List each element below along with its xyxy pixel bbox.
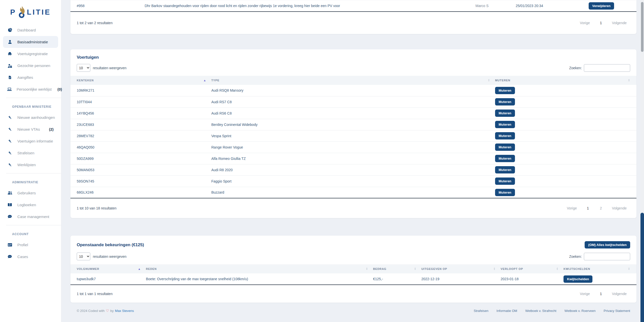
muteren-button[interactable]: Muteren <box>495 155 515 162</box>
sidebar-item-logboeken[interactable]: Logboeken <box>3 199 58 211</box>
vehicles-card-title: Voertuigen <box>77 55 99 60</box>
col-verloopt-op[interactable]: VERLOOPT OP ▲▼ <box>501 264 564 273</box>
vehicle-row: 10TTI044 Audi RS7 C8 Muteren <box>70 96 636 108</box>
sort-both-icon: ▲▼ <box>414 267 416 270</box>
footer-link[interactable]: Wetboek v. Roerveen <box>565 309 596 313</box>
sidebar-item-cases[interactable]: Cases <box>3 251 58 263</box>
vehicle-type: Alfa Romeo Giullia TZ <box>211 153 495 164</box>
muteren-button[interactable]: Muteren <box>495 177 515 185</box>
users-icon <box>7 191 13 195</box>
sidebar-item-label: Nieuwe aanhoudingen <box>17 115 55 120</box>
col-muteren[interactable]: MUTEREN ▲▼ <box>495 76 636 85</box>
pagination-page-2[interactable]: 2 <box>595 206 607 210</box>
muteren-button[interactable]: Muteren <box>495 189 515 196</box>
col-kwijtschelden[interactable]: KWIJTSCHELDEN ▲▼ <box>564 264 636 273</box>
om-alles-kwijtschelden-button[interactable]: (OM) Alles kwijtschelden <box>585 241 630 248</box>
pagination-next[interactable]: Volgende <box>609 206 630 210</box>
pagination-next[interactable]: Volgende <box>609 21 630 25</box>
sidebar-item-voertuigen-informatie[interactable]: Voertuigen informatie <box>3 135 58 147</box>
vehicles-table: KENTEKEN ▲ TYPE ▲▼ MUTEREN ▲▼ <box>70 76 636 198</box>
muteren-button[interactable]: Muteren <box>495 166 515 173</box>
vehicle-kenteken: 59SON745 <box>70 175 211 187</box>
vehicles-search-input[interactable] <box>584 64 630 72</box>
sidebar-menu-account: Profiel Cases <box>0 239 61 263</box>
kwijtschelden-button[interactable]: Kwijtschelden <box>564 275 592 283</box>
col-kenteken[interactable]: KENTEKEN ▲ <box>70 76 211 85</box>
scrollbar-thumb[interactable] <box>641 2 643 52</box>
muteren-button[interactable]: Muteren <box>495 87 515 94</box>
vehicles-card: Voertuigen 10 resultaten weergeven Zoeke… <box>70 49 636 218</box>
vehicles-page-length-select[interactable]: 10 <box>77 64 90 72</box>
sidebar-item-profiel[interactable]: Profiel <box>3 239 58 251</box>
sidebar-item-gebruikers[interactable]: Gebruikers <box>3 187 58 199</box>
sidebar-item-strafeisen[interactable]: Strafeisen <box>3 147 58 159</box>
footer-link[interactable]: Wetboek v. Strafrecht <box>525 309 556 313</box>
fine-action-cell: Kwijtschelden <box>564 273 636 285</box>
sidebar-item-label: Profiel <box>17 243 28 247</box>
col-bedrag[interactable]: BEDRAG ▲▼ <box>373 264 421 273</box>
fines-page-length-select[interactable]: 10 <box>77 253 90 260</box>
col-uitgegeven-op[interactable]: UITGEGEVEN OP ▲▼ <box>421 264 501 273</box>
footer-link[interactable]: Informatie OM <box>497 309 517 313</box>
author-link[interactable]: Max Stevens <box>115 309 134 313</box>
sidebar-item-basisadministratie[interactable]: Basisadministratie <box>3 36 58 48</box>
muteren-button[interactable]: Muteren <box>495 132 515 139</box>
vehicle-action-cell: Muteren <box>495 153 636 164</box>
vehicle-kenteken: 50DZA999 <box>70 153 211 164</box>
vtas-count-badge: (2) <box>49 127 54 131</box>
sidebar-item-nieuwe-aanhoudingen[interactable]: Nieuwe aanhoudingen <box>3 112 58 123</box>
logo-letter-litie: LITIE <box>27 8 51 16</box>
notes-results-summary: 1 tot 2 van 2 resultaten <box>77 21 112 25</box>
user-icon <box>7 40 13 44</box>
sidebar-item-label: Logboeken <box>17 203 36 207</box>
sidebar-item-nieuwe-vtas[interactable]: Nieuwe VTAs (2) <box>3 123 58 135</box>
vehicle-action-cell: Muteren <box>495 108 636 119</box>
footer-link[interactable]: Privacy Statement <box>604 309 630 313</box>
search-label: Zoeken: <box>569 255 582 259</box>
note-timestamp: 25/01/2023 20:34 <box>516 4 579 8</box>
footer-link[interactable]: Strafeisen <box>474 309 489 313</box>
sidebar-item-persoonlijke-werklijst[interactable]: Persoonlijke werklijst (0) <box>3 83 58 95</box>
sidebar-item-voertuigregistratie[interactable]: Voertuigregistratie <box>3 48 58 60</box>
scrollbar-thumb-bottom[interactable] <box>640 213 644 322</box>
muteren-button[interactable]: Muteren <box>495 110 515 117</box>
note-id: #958 <box>70 4 145 8</box>
sidebar-item-label: Cases <box>17 255 28 259</box>
fines-table-body: tupwo3udk7 Boete: Overschrijding van de … <box>70 273 636 285</box>
section-label-openbaar-ministerie: OPENBAAR MINISTERIE <box>0 98 61 112</box>
muteren-button[interactable]: Muteren <box>495 144 515 151</box>
verwijderen-button[interactable]: Verwijderen <box>589 2 614 10</box>
vehicle-type: Vespa Sprint <box>211 130 495 141</box>
pagination-prev[interactable]: Vorige <box>576 21 593 25</box>
pagination-page-1[interactable]: 1 <box>595 292 607 296</box>
col-reden[interactable]: REDEN ▲▼ <box>146 264 373 273</box>
logo-letter-p: P <box>10 8 16 16</box>
vehicle-action-cell: Muteren <box>495 187 636 198</box>
politie-flame-icon <box>17 6 26 18</box>
pagination-prev[interactable]: Vorige <box>563 206 580 210</box>
sidebar-item-dashboard[interactable]: Dashboard <box>3 24 58 36</box>
fines-search-input[interactable] <box>584 253 630 260</box>
sidebar-item-aangiftes[interactable]: Aangiftes <box>3 71 58 83</box>
pagination-page-1[interactable]: 1 <box>582 206 593 210</box>
vehicle-action-cell: Muteren <box>495 164 636 175</box>
pagination-next[interactable]: Volgende <box>609 292 630 296</box>
section-label-administratie: ADMINISTRATIE <box>0 173 61 187</box>
col-type[interactable]: TYPE ▲▼ <box>211 76 495 85</box>
col-volgnummer[interactable]: VOLGNUMMER ▲ <box>70 264 146 273</box>
muteren-button[interactable]: Muteren <box>495 121 515 128</box>
sidebar-item-werklijsten[interactable]: Werklijsten <box>3 159 58 171</box>
user-lock-icon <box>7 63 13 68</box>
muteren-button[interactable]: Muteren <box>495 98 515 105</box>
vehicle-row: 50MAN053 Audi R8 2020 Muteren <box>70 164 636 175</box>
sidebar-item-gezochte-personen[interactable]: Gezochte personen <box>3 60 58 71</box>
vehicle-row: 50DZA999 Alfa Romeo Giullia TZ Muteren <box>70 153 636 164</box>
vehicle-type: Bentley Coninental Widebody <box>211 119 495 130</box>
pagination-prev[interactable]: Vorige <box>576 292 593 296</box>
pagination-page-1[interactable]: 1 <box>595 21 607 25</box>
copyright-by: by <box>110 309 114 313</box>
sort-both-icon: ▲▼ <box>493 267 496 270</box>
fine-volgnummer: tupwo3udk7 <box>70 273 146 285</box>
vehicle-action-cell: Muteren <box>495 119 636 130</box>
sidebar-item-case-management[interactable]: Case management <box>3 211 58 223</box>
